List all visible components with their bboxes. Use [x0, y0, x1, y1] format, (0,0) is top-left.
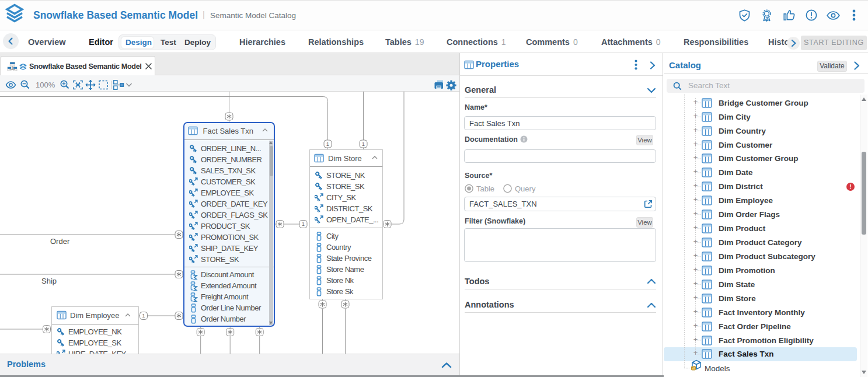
svg-text:1: 1 — [326, 141, 329, 147]
svg-text:Table: Table — [476, 184, 494, 193]
svg-text:1: 1 — [302, 221, 305, 227]
svg-text:1: 1 — [142, 312, 145, 319]
svg-text:100%: 100% — [36, 81, 55, 89]
svg-text:Query: Query — [515, 184, 536, 193]
svg-text:1: 1 — [362, 141, 365, 147]
